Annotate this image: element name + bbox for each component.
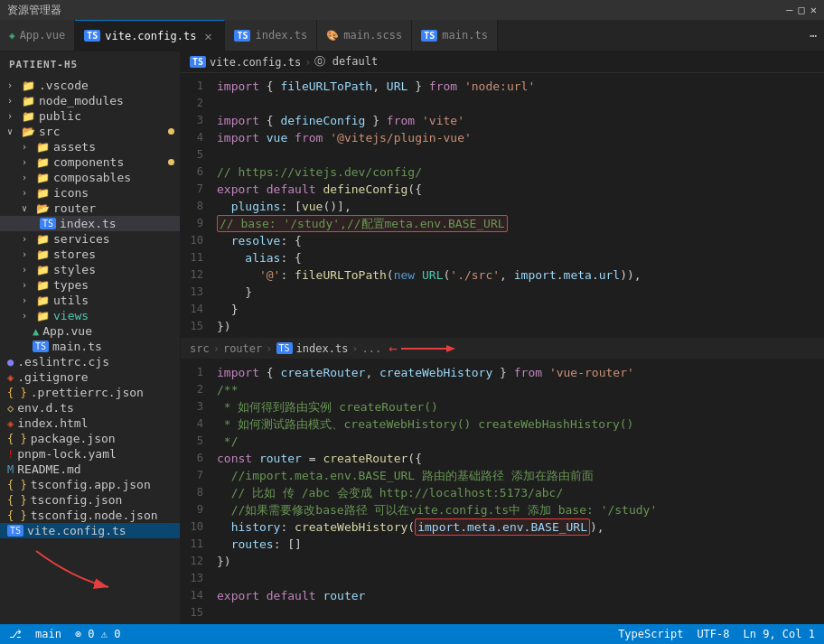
bottom-code-editor[interactable]: 1 import { createRouter, createWebHistor… xyxy=(181,359,824,624)
close-icon[interactable]: ✕ xyxy=(810,4,817,16)
code-line-4: 4 import vue from '@vitejs/plugin-vue' xyxy=(181,129,824,146)
tab-bar: ◈ App.vue TS vite.config.ts ✕ TS index.t… xyxy=(0,20,824,51)
sidebar-item-utils[interactable]: › 📁 utils xyxy=(0,293,180,308)
folder-icon: 📁 xyxy=(22,110,35,123)
sidebar-item-assets[interactable]: › 📁 assets xyxy=(0,139,180,154)
code-line-5: 5 xyxy=(181,146,824,163)
tab-index-ts[interactable]: TS index.ts xyxy=(225,20,317,51)
sidebar-item-label: src xyxy=(39,125,60,138)
tab-more-button[interactable]: ⋯ xyxy=(802,20,824,51)
sidebar-item-label: components xyxy=(53,155,124,169)
sidebar-item-env-dt[interactable]: ◇ env.d.ts xyxy=(0,400,180,415)
tab-main-scss[interactable]: 🎨 main.scss xyxy=(317,20,412,51)
top-code-panel: 1 import { fileURLToPath, URL } from 'no… xyxy=(181,73,824,338)
sidebar-item-public[interactable]: › 📁 public xyxy=(0,108,180,124)
status-line-col: Ln 9, Col 1 xyxy=(744,628,815,640)
code-line-14: 14 } xyxy=(181,301,824,318)
editor-area: TS vite.config.ts › ⓪ default 1 import {… xyxy=(181,51,824,624)
sidebar-item-tsconfig[interactable]: { } tsconfig.json xyxy=(0,492,180,508)
breadcrumb-file: vite.config.ts xyxy=(210,56,301,69)
sidebar-item-index-html[interactable]: ◈ index.html xyxy=(0,415,180,431)
status-lang: TypeScript xyxy=(618,628,683,640)
chevron-right-icon: › xyxy=(22,311,36,321)
git-icon: ◈ xyxy=(7,371,14,384)
sidebar-item-router[interactable]: ∨ 📂 router xyxy=(0,201,180,216)
code-line-6: 6 // https://vitejs.dev/config/ xyxy=(181,163,824,181)
ts-icon: TS xyxy=(84,30,100,42)
tab-main-ts[interactable]: TS main.ts xyxy=(412,20,498,51)
sidebar-item-stores[interactable]: › 📁 stores xyxy=(0,247,180,262)
sidebar-item-main-ts[interactable]: TS main.ts xyxy=(0,339,180,354)
sidebar-item-pnpm-lock[interactable]: ! pnpm-lock.yaml xyxy=(0,446,180,462)
sidebar-item-node-modules[interactable]: › 📁 node_modules xyxy=(0,93,180,108)
sidebar-item-package-json[interactable]: { } package.json xyxy=(0,431,180,446)
sidebar-item-label: styles xyxy=(53,263,96,276)
folder-open-icon: 📂 xyxy=(22,126,35,138)
sidebar-item-tsconfig-node[interactable]: { } tsconfig.node.json xyxy=(0,508,180,523)
sidebar-item-styles[interactable]: › 📁 styles xyxy=(0,262,180,277)
sidebar-item-vite-config[interactable]: TS vite.config.ts xyxy=(0,523,180,538)
json-icon: { } xyxy=(7,433,27,445)
chevron-right-icon: › xyxy=(22,157,36,167)
sidebar-item-label: utils xyxy=(53,294,89,307)
tab-close-icon[interactable]: ✕ xyxy=(201,29,215,43)
sidebar-item-components[interactable]: › 📁 components xyxy=(0,154,180,170)
tab-app-vue[interactable]: ◈ App.vue xyxy=(0,20,75,51)
code-line-b2: 2 /** xyxy=(181,381,824,398)
breadcrumb-index-ts: index.ts xyxy=(296,342,349,355)
svg-marker-1 xyxy=(446,345,455,352)
sidebar-item-label: index.html xyxy=(17,416,88,430)
sidebar-item-types[interactable]: › 📁 types xyxy=(0,277,180,293)
code-line-8: 8 plugins: [vue()], xyxy=(181,198,824,215)
code-line-b13: 13 xyxy=(181,570,824,587)
sidebar-item-router-index[interactable]: TS index.ts xyxy=(0,216,180,231)
sidebar-item-app-vue[interactable]: ▲ App.vue xyxy=(0,323,180,339)
folder-icon: 📁 xyxy=(36,172,50,184)
code-line-15: 15 }) xyxy=(181,318,824,335)
code-line-13: 13 } xyxy=(181,284,824,301)
status-encoding: UTF-8 xyxy=(697,628,729,640)
folder-icon: 📁 xyxy=(36,310,50,322)
tab-label: main.scss xyxy=(343,29,402,42)
sidebar-item-label: .gitignore xyxy=(17,370,88,384)
chevron-right-icon: › xyxy=(7,111,22,121)
bottom-code-panel: 1 import { createRouter, createWebHistor… xyxy=(181,359,824,624)
folder-icon: 📁 xyxy=(22,79,35,92)
sidebar-item-prettierrc[interactable]: { } .prettierrc.json xyxy=(0,385,180,400)
sidebar-item-vscode[interactable]: › 📁 .vscode xyxy=(0,78,180,93)
code-line-b10: 10 history: createWebHistory(import.meta… xyxy=(181,518,824,536)
chevron-right-icon: › xyxy=(22,265,36,275)
chevron-right-icon: › xyxy=(22,173,36,182)
status-bar: ⎇ main ⊗ 0 ⚠ 0 TypeScript UTF-8 Ln 9, Co… xyxy=(0,624,824,644)
folder-icon: 📁 xyxy=(36,264,50,276)
sidebar-item-label: package.json xyxy=(31,432,116,445)
html-icon: ◈ xyxy=(7,417,14,430)
ts-icon: TS xyxy=(421,30,437,42)
top-code-editor[interactable]: 1 import { fileURLToPath, URL } from 'no… xyxy=(181,73,824,338)
sidebar-item-composables[interactable]: › 📁 composables xyxy=(0,170,180,185)
sidebar-item-gitignore[interactable]: ◈ .gitignore xyxy=(0,369,180,385)
sidebar-item-label: stores xyxy=(53,247,96,261)
sidebar-item-src[interactable]: ∨ 📂 src xyxy=(0,124,180,139)
sidebar-item-label: types xyxy=(53,278,89,292)
folder-icon: 📁 xyxy=(36,141,50,154)
folder-icon: 📁 xyxy=(36,156,50,169)
folder-open-icon: 📂 xyxy=(36,202,50,215)
sidebar-item-services[interactable]: › 📁 services xyxy=(0,231,180,247)
maximize-icon[interactable]: □ xyxy=(799,4,805,16)
sidebar-item-views[interactable]: › 📁 views xyxy=(0,308,180,323)
minimize-icon[interactable]: — xyxy=(786,4,792,16)
sidebar-item-eslint[interactable]: ● .eslintrc.cjs xyxy=(0,354,180,369)
breadcrumb-symbol: ⓪ default xyxy=(314,54,378,70)
modified-indicator xyxy=(168,128,174,135)
title-bar: 资源管理器 — □ ✕ xyxy=(0,0,824,20)
sidebar-item-icons[interactable]: › 📁 icons xyxy=(0,185,180,201)
sidebar-item-tsconfig-app[interactable]: { } tsconfig.app.json xyxy=(0,477,180,492)
json-icon: { } xyxy=(7,479,27,491)
diamond-icon: ◇ xyxy=(7,402,14,415)
tab-vite-config[interactable]: TS vite.config.ts ✕ xyxy=(75,20,225,51)
sidebar-item-readme[interactable]: M README.md xyxy=(0,462,180,477)
chevron-right-icon: › xyxy=(22,249,36,259)
status-errors: ⊗ 0 ⚠ 0 xyxy=(75,628,121,640)
ts-file-icon: TS xyxy=(7,525,23,537)
